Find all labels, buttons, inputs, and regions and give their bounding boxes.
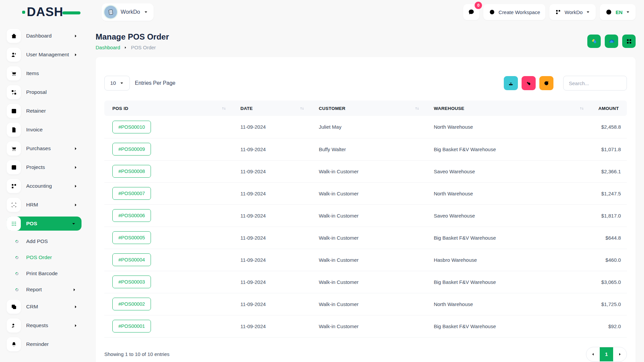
messages-button[interactable]: 0 (463, 4, 479, 20)
cell-date: 11-09-2024 (232, 138, 311, 160)
sidebar-item-invoice[interactable]: Invoice (7, 123, 82, 137)
grid-view-button[interactable] (622, 35, 636, 48)
entries-per-page-label: Entries Per Page (135, 80, 175, 86)
cell-customer: Walk-in Customer (311, 160, 426, 182)
bell-icon (10, 341, 17, 348)
onedrive-icon (608, 38, 615, 45)
cell-warehouse: Big Basket F&V Warehouse (426, 315, 590, 337)
app-logo[interactable]: DASH (22, 5, 80, 19)
sidebar-item-dashboard[interactable]: Dashboard (7, 29, 82, 43)
sidebar-item-purchases[interactable]: Purchases (7, 141, 82, 156)
sidebar-item-user-management[interactable]: User Management (7, 48, 82, 62)
cell-warehouse: Saveo Warehouse (426, 160, 590, 182)
sort-icon[interactable] (415, 106, 420, 111)
next-page-button[interactable] (613, 347, 627, 361)
page-number-button[interactable]: 1 (600, 347, 613, 361)
prev-page-button[interactable] (586, 347, 600, 361)
workspace-selector[interactable]: WorkDo (102, 3, 154, 21)
sidebar-item-proposal[interactable]: Proposal (7, 85, 82, 99)
sidebar-item-label: Accounting (26, 183, 52, 189)
cell-date: 11-09-2024 (232, 116, 311, 138)
breadcrumb-dashboard-link[interactable]: Dashboard (96, 45, 120, 50)
sidebar-subitem-label: Report (26, 287, 42, 293)
sidebar-item-reminder[interactable]: Reminder (7, 337, 82, 351)
chevron-right-icon (73, 202, 78, 207)
refresh-button[interactable] (539, 76, 553, 90)
sidebar-item-hrm[interactable]: HRM (7, 198, 82, 212)
export-button[interactable] (504, 76, 518, 90)
cell-date: 11-09-2024 (232, 227, 311, 249)
entries-per-page-select[interactable]: 10 (104, 76, 130, 90)
messages-badge: 0 (475, 2, 482, 9)
pos-id-badge[interactable]: #POS00010 (112, 121, 151, 133)
sidebar-item-label: Invoice (26, 127, 43, 133)
sidebar-item-label: Projects (26, 164, 45, 170)
sidebar-item-crm[interactable]: CRM (7, 300, 82, 314)
column-header-amount: AMOUNT (590, 101, 627, 116)
sidebar-subitem-pos-order[interactable]: POS Order (15, 251, 78, 263)
chevron-right-icon (618, 352, 622, 357)
column-header-customer[interactable]: CUSTOMER (311, 101, 426, 116)
table-row: #POS00006 11-09-2024 Walk-in Customer Sa… (104, 204, 627, 227)
sidebar-subitem-add-pos[interactable]: Add POS (15, 235, 78, 247)
cell-date: 11-09-2024 (232, 182, 311, 204)
pos-order-table: POS IDDATECUSTOMERWAREHOUSEAMOUNT #POS00… (104, 101, 627, 338)
sidebar-item-accounting[interactable]: Accounting (7, 179, 82, 193)
reset-button[interactable] (522, 76, 536, 90)
sidebar-item-label: Requests (26, 322, 48, 328)
pagination: 1 (586, 347, 627, 362)
sidebar-item-retainer[interactable]: Retainer (7, 104, 82, 118)
column-header-warehouse[interactable]: WAREHOUSE (426, 101, 590, 116)
grid-icon (626, 38, 633, 45)
sort-icon[interactable] (300, 106, 305, 111)
pos-id-badge[interactable]: #POS00002 (112, 298, 151, 310)
search-input[interactable] (563, 76, 627, 90)
bullet-icon (15, 239, 19, 244)
pos-id-badge[interactable]: #POS00004 (112, 253, 151, 266)
sidebar-item-pos[interactable]: POS (7, 217, 82, 231)
google-drive-button[interactable] (587, 35, 601, 48)
pos-id-badge[interactable]: #POS00009 (112, 143, 151, 156)
google-drive-icon (591, 38, 598, 45)
logo-dot (22, 11, 25, 14)
chevron-right-icon (73, 184, 78, 189)
onedrive-button[interactable] (605, 35, 618, 48)
sort-icon[interactable] (221, 106, 226, 111)
pos-id-badge[interactable]: #POS00005 (112, 231, 151, 244)
breadcrumb-current: POS Order (131, 45, 156, 50)
entries-per-page-value: 10 (110, 80, 116, 86)
topbar: DASH WorkDo 0 Create Workspace WorkDo (0, 0, 644, 24)
column-header-date[interactable]: DATE (232, 101, 311, 116)
file-icon (10, 126, 17, 133)
sidebar-item-requests[interactable]: Requests (7, 318, 82, 333)
workspace-menu-button[interactable]: WorkDo (549, 4, 596, 20)
cell-date: 11-09-2024 (232, 204, 311, 227)
cell-amount: $460.0 (590, 249, 627, 271)
language-selector[interactable]: EN (600, 4, 636, 20)
download-icon (507, 80, 514, 86)
pos-id-badge[interactable]: #POS00006 (112, 209, 151, 222)
sort-icon[interactable] (579, 106, 584, 111)
create-workspace-button[interactable]: Create Workspace (483, 4, 545, 20)
cell-amount: $1,071.8 (590, 138, 627, 160)
sidebar-subitem-report[interactable]: Report (15, 284, 78, 296)
cell-warehouse: Big Basket F&V Warehouse (426, 271, 590, 293)
sidebar-subitem-label: Print Barcode (26, 270, 58, 277)
table-row: #POS00002 11-09-2024 Walk-in Customer No… (104, 293, 627, 315)
home-icon (10, 33, 17, 40)
sidebar-item-label: POS (26, 221, 37, 227)
pos-id-badge[interactable]: #POS00008 (112, 165, 151, 178)
bullet-icon (15, 272, 19, 276)
grid-plus-icon (10, 183, 17, 190)
column-header-pos-id[interactable]: POS ID (104, 101, 232, 116)
sidebar-item-items[interactable]: Items (7, 66, 82, 80)
pos-id-badge[interactable]: #POS00007 (112, 187, 151, 200)
cell-amount: $1,725.0 (590, 293, 627, 315)
chevron-right-icon (72, 287, 77, 292)
sidebar-subitem-print-barcode[interactable]: Print Barcode (15, 267, 78, 280)
grid-plus-icon (555, 9, 561, 15)
pos-id-badge[interactable]: #POS00003 (112, 276, 151, 288)
pos-id-badge[interactable]: #POS00001 (112, 320, 151, 333)
chevron-down-icon (71, 221, 76, 226)
sidebar-item-projects[interactable]: Projects (7, 160, 82, 174)
